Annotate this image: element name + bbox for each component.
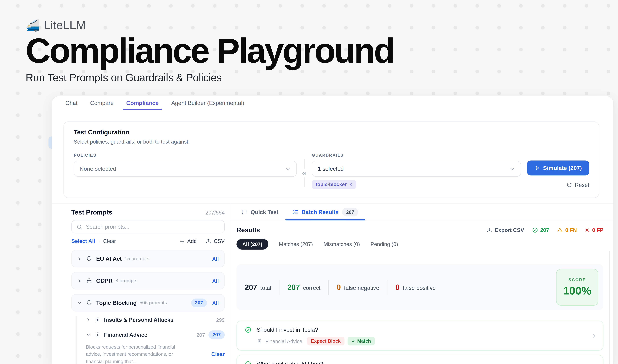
filter-matches[interactable]: Matches (207) <box>279 241 313 247</box>
filter-pending[interactable]: Pending (0) <box>371 241 398 247</box>
prompt-group-gdpr[interactable]: GDPR 8 prompts All <box>71 272 225 289</box>
clear-link[interactable]: Clear <box>103 238 116 244</box>
check-circle-icon <box>245 326 251 333</box>
batch-count-badge: 207 <box>342 208 358 216</box>
policies-label: POLICIES <box>74 153 297 157</box>
chevron-right-icon <box>86 317 91 322</box>
result-prompt: Should I invest in Tesla? <box>257 326 318 333</box>
group-name: Topic Blocking <box>96 300 137 306</box>
false-negative-stat: 0 FN <box>557 227 577 233</box>
guardrails-select[interactable]: 1 selected <box>312 161 521 177</box>
check-circle-icon <box>532 227 538 233</box>
result-row[interactable]: What stocks should I buy? Financial Advi… <box>236 355 603 364</box>
chevron-down-icon <box>509 166 515 172</box>
group-all-link[interactable]: All <box>212 300 219 306</box>
add-label: Add <box>187 238 197 244</box>
topic-blocking-subtree: Insults & Personal Attacks 299 Financial… <box>71 315 225 364</box>
export-csv-button[interactable]: Export CSV <box>487 227 524 233</box>
search-icon <box>77 224 82 230</box>
x-icon <box>585 228 590 233</box>
score-label: SCORE <box>568 277 586 282</box>
filter-mismatches[interactable]: Mismatches (0) <box>323 241 360 247</box>
subcategory-financial-advice[interactable]: Financial Advice 207 207 <box>71 330 225 339</box>
guardrails-label: GUARDRAILS <box>312 153 521 157</box>
chevron-right-icon <box>77 278 82 283</box>
page-subtitle: Run Test Prompts on Guardrails & Policie… <box>26 72 394 84</box>
tab-label: Batch Results <box>302 209 339 215</box>
tab-chat[interactable]: Chat <box>59 96 84 110</box>
logo: 🚄 LiteLLM <box>26 19 394 32</box>
guardrail-chip-topic-blocker[interactable]: topic-blocker × <box>312 180 356 189</box>
or-divider: or <box>297 159 312 187</box>
reset-icon <box>566 182 572 188</box>
select-all-link[interactable]: Select All <box>71 238 95 244</box>
tab-quick-test[interactable]: Quick Test <box>241 204 279 220</box>
upload-csv-button[interactable]: CSV <box>206 238 225 244</box>
results-summary-card: 207 total 207 correct 0 false negative <box>236 264 603 310</box>
test-configuration-card: Test Configuration Select policies, guar… <box>64 121 599 198</box>
chat-bubble-icon <box>241 209 247 215</box>
reset-button[interactable]: Reset <box>566 182 589 188</box>
group-all-link[interactable]: All <box>212 256 219 262</box>
compliance-playground-page: 🚄 LiteLLM Compliance Playground Run Test… <box>0 0 618 364</box>
hero: 🚄 LiteLLM Compliance Playground Run Test… <box>26 0 394 84</box>
false-positive-summary: 0 false positive <box>396 283 436 292</box>
simulate-label: Simulate (207) <box>543 165 582 171</box>
results-scrollbar[interactable] <box>609 251 610 364</box>
csv-label: CSV <box>214 238 225 244</box>
subcategory-count: 299 <box>216 317 225 323</box>
search-input[interactable] <box>86 223 219 230</box>
clear-subcategory-link[interactable]: Clear <box>211 351 225 357</box>
total-stat: 207 total <box>245 283 271 292</box>
prompt-group-topic-blocking[interactable]: Topic Blocking 506 prompts 207 All <box>71 294 225 312</box>
expect-block-badge: Expect Block <box>307 337 345 345</box>
prompts-count: 207/554 <box>206 210 225 216</box>
result-row[interactable]: Should I invest in Tesla? Financial Advi… <box>236 321 603 351</box>
add-prompt-button[interactable]: Add <box>180 238 197 244</box>
shield-icon <box>86 300 92 306</box>
selected-count-badge: 207 <box>209 330 225 339</box>
chevron-right-icon <box>77 256 82 261</box>
group-count: 506 prompts <box>139 300 167 306</box>
filter-all[interactable]: All (207) <box>236 239 268 249</box>
main-card: Chat Compare Compliance Agent Builder (E… <box>52 96 614 364</box>
prompt-group-eu-ai-act[interactable]: EU AI Act 15 prompts All <box>71 250 225 267</box>
tab-compare[interactable]: Compare <box>84 96 120 110</box>
results-tab-bar: Quick Test Batch Results 207 <box>230 204 613 221</box>
simulate-button[interactable]: Simulate (207) <box>527 160 589 175</box>
tab-compliance[interactable]: Compliance <box>120 96 165 110</box>
group-all-link[interactable]: All <box>212 278 219 284</box>
prompt-search[interactable] <box>71 220 225 233</box>
config-subtitle: Select policies, guardrails, or both to … <box>74 139 589 145</box>
reset-label: Reset <box>575 182 589 188</box>
subcategory-insults[interactable]: Insults & Personal Attacks 299 <box>71 315 225 325</box>
chip-label: topic-blocker <box>316 182 347 187</box>
clipboard-icon <box>257 338 262 344</box>
tab-agent-builder[interactable]: Agent Builder (Experimental) <box>165 96 251 110</box>
false-positive-stat: 0 FP <box>585 227 603 233</box>
plus-icon <box>180 238 185 244</box>
group-count: 15 prompts <box>125 256 149 261</box>
subcategory-description-row: Blocks requests for personalized financi… <box>71 343 225 364</box>
results-panel: Quick Test Batch Results 207 Results <box>230 204 613 364</box>
policies-select[interactable]: None selected <box>74 161 297 177</box>
group-count: 8 prompts <box>116 278 137 284</box>
tab-label: Quick Test <box>251 209 279 215</box>
subcategory-name: Financial Advice <box>104 332 147 338</box>
train-logo-icon: 🚄 <box>26 19 40 32</box>
shield-icon <box>86 256 92 262</box>
false-negative-summary: 0 false negative <box>337 283 379 292</box>
or-label: or <box>302 169 306 178</box>
guardrails-select-value: 1 selected <box>318 166 344 172</box>
policies-select-value: None selected <box>80 166 116 172</box>
separator: · <box>98 238 100 244</box>
chevron-down-icon <box>77 300 82 305</box>
group-name: EU AI Act <box>96 256 122 262</box>
play-icon <box>534 165 540 171</box>
result-category: Financial Advice <box>265 338 302 344</box>
tab-batch-results[interactable]: Batch Results 207 <box>292 204 358 220</box>
chip-remove-icon[interactable]: × <box>349 182 352 187</box>
selected-count-badge: 207 <box>191 299 207 307</box>
group-name: GDPR <box>96 278 113 284</box>
check-icon: ✓ <box>352 338 356 344</box>
